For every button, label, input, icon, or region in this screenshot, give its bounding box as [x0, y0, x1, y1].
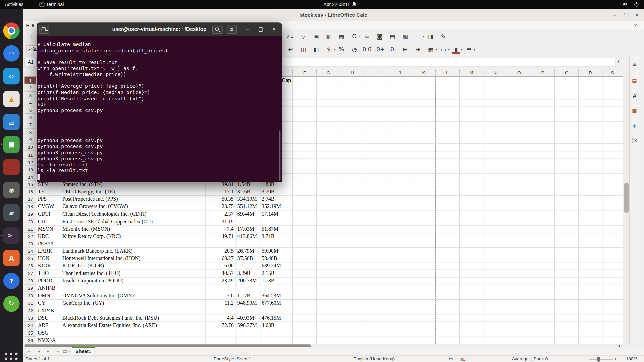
cell-r16c4[interactable]: 3.16B: [237, 188, 259, 195]
row-header-9[interactable]: 9: [24, 136, 36, 143]
row-header-13[interactable]: 13: [24, 166, 36, 173]
cell-r35c1[interactable]: OSG: [38, 329, 60, 337]
add-sheet-icon[interactable]: ▤+: [62, 347, 71, 355]
row-header-5[interactable]: 5: [24, 107, 36, 114]
column-header-M[interactable]: M: [459, 69, 483, 77]
column-header-L[interactable]: L: [435, 69, 459, 77]
vertical-scrollbar[interactable]: [623, 69, 629, 344]
vertical-scrollbar-thumb[interactable]: [624, 183, 629, 213]
insert-comment-icon[interactable]: ◙: [374, 31, 385, 42]
cell-r20c1[interactable]: CU: [38, 218, 60, 225]
row-header-20[interactable]: 20: [24, 218, 36, 225]
calc-title-bar[interactable]: stock.csv - LibreOffice Calc – ▢ ×: [23, 9, 644, 21]
special-character-icon[interactable]: Ω▾: [349, 31, 360, 42]
gallery-icon[interactable]: ▣: [630, 106, 639, 116]
next-sheet-icon[interactable]: ▸: [44, 347, 53, 355]
cell-r18c4[interactable]: 551.12M: [237, 203, 259, 210]
cell-r18c5[interactable]: 352.19M: [262, 203, 292, 210]
vscode-icon[interactable]: ‹›: [3, 68, 20, 84]
date-format-icon[interactable]: ◔: [349, 44, 360, 55]
libreoffice-writer-icon[interactable]: ▤: [3, 114, 20, 130]
row-header-17[interactable]: 17: [24, 195, 36, 203]
decrease-indent-icon[interactable]: ⇤: [399, 44, 411, 55]
insert-chart-icon[interactable]: ▥: [323, 31, 334, 42]
border-style-icon[interactable]: ▭▾: [438, 44, 449, 55]
cell-r19c4[interactable]: 69.44M: [237, 210, 259, 218]
row-header-28[interactable]: 28: [24, 277, 36, 285]
merge-cells-icon[interactable]: ◫: [298, 44, 309, 55]
row-header-27[interactable]: 27: [24, 270, 36, 277]
cell-r31c5[interactable]: 677.60M: [262, 299, 292, 307]
cell-r19c5[interactable]: 17.14M: [262, 210, 292, 218]
cell-r33c1[interactable]: DSU: [38, 314, 60, 322]
freeze-rows-columns-icon[interactable]: ◫▾: [412, 31, 423, 42]
cell-r18c2[interactable]: Calavo Growers Inc. (CVGW): [62, 203, 204, 210]
column-header-Q[interactable]: Q: [554, 69, 578, 77]
cell-r34c5[interactable]: 4.63B: [262, 322, 292, 329]
column-header-H[interactable]: H: [340, 69, 364, 77]
cell-r17c4[interactable]: 334.19M: [237, 195, 259, 203]
cell-r27c2[interactable]: Thor Industries Inc. (THO): [62, 270, 204, 277]
row-header-7[interactable]: 7: [24, 121, 36, 129]
cell-r17c1[interactable]: PPS: [38, 195, 60, 203]
vlc-icon[interactable]: ▲: [3, 91, 20, 107]
cell-r26c2[interactable]: KiOR, Inc. (KIOR): [62, 262, 204, 270]
terminal-scrollbar-thumb[interactable]: [279, 130, 280, 180]
cell-r25c3[interactable]: 68.27: [206, 255, 235, 262]
cell-r28c1[interactable]: PODD: [38, 277, 60, 285]
row-header-21[interactable]: 21: [24, 225, 36, 233]
blue-globe-app-icon[interactable]: ◠: [3, 45, 20, 62]
cell-r24c4[interactable]: 26.79M: [237, 247, 259, 255]
previous-sheet-icon[interactable]: ◂: [34, 347, 43, 355]
cell-r22c4[interactable]: 413.86M: [237, 233, 259, 240]
row-header-12[interactable]: 12: [24, 159, 36, 166]
sidebar-settings-icon[interactable]: ≡: [630, 60, 639, 70]
cell-r30c1[interactable]: OMN: [38, 292, 60, 299]
row-header-4[interactable]: 4: [24, 99, 36, 106]
cell-r21c1[interactable]: MSON: [38, 225, 60, 233]
zoom-out-button[interactable]: −: [583, 356, 586, 362]
split-window-icon[interactable]: ◨: [425, 31, 436, 42]
borders-icon-dropdown[interactable]: ▾: [435, 44, 437, 55]
row-header-36[interactable]: 36: [24, 337, 36, 344]
conditional-formatting-icon[interactable]: ▤▾: [463, 44, 474, 55]
row-header-6[interactable]: 6: [24, 114, 36, 121]
currency-format-icon-dropdown[interactable]: ▾: [333, 44, 335, 55]
add-decimal-icon[interactable]: .0+: [374, 44, 385, 55]
cell-r17c5[interactable]: 2.74B: [262, 195, 292, 203]
cell-r31c4[interactable]: 948.90M: [237, 299, 259, 307]
column-header-F[interactable]: F: [292, 69, 316, 77]
special-character-icon-dropdown[interactable]: ▾: [359, 31, 361, 42]
activities-button[interactable]: Activities: [2, 0, 27, 9]
row-header-23[interactable]: 23: [24, 240, 36, 247]
zoom-slider[interactable]: [589, 359, 613, 360]
maximize-button[interactable]: ▢: [621, 9, 631, 21]
cell-r19c3[interactable]: 2.37: [206, 210, 235, 218]
menu-file[interactable]: File: [24, 21, 37, 29]
terminal-menu-button[interactable]: ≡: [227, 25, 237, 34]
page-style[interactable]: PageStyle_Sheet1: [214, 356, 251, 362]
cell-r16c3[interactable]: 17.1: [206, 188, 235, 195]
cell-r25c5[interactable]: 53.48B: [262, 255, 292, 262]
cell-r22c3[interactable]: 49.71: [206, 233, 235, 240]
row-header-11[interactable]: 11: [24, 151, 36, 158]
row-header-8[interactable]: 8: [24, 129, 36, 136]
cell-r25c4[interactable]: 37.56B: [237, 255, 259, 262]
cell-r33c4[interactable]: 40.93M: [237, 314, 259, 322]
cell-r24c3[interactable]: 20.5: [206, 247, 235, 255]
cell-r26c5[interactable]: 639.24M: [262, 262, 292, 270]
terminal-body[interactable]: # Calculate medianmedian_price = statist…: [37, 36, 282, 182]
cell-r16c5[interactable]: 3.70B: [262, 188, 292, 195]
row-header-30[interactable]: 30: [24, 292, 36, 299]
row-header-24[interactable]: 24: [24, 247, 36, 255]
new-document-icon[interactable]: ▯: [26, 31, 37, 42]
cell-r32c1[interactable]: LXP^B: [38, 307, 60, 314]
background-color-icon-dropdown[interactable]: ▾: [461, 44, 463, 55]
cell-r22c2[interactable]: Kilroy Realty Corp. (KRC): [62, 233, 204, 240]
terminal-close-button[interactable]: ×: [269, 25, 278, 34]
gimp-icon[interactable]: ◉: [3, 182, 20, 198]
help-icon[interactable]: ?: [3, 273, 20, 289]
cell-r31c2[interactable]: GenCorp Inc. (GY): [62, 299, 204, 307]
cell-r21c3[interactable]: 7.4: [206, 225, 235, 233]
cell-r22c1[interactable]: KRC: [38, 233, 60, 240]
